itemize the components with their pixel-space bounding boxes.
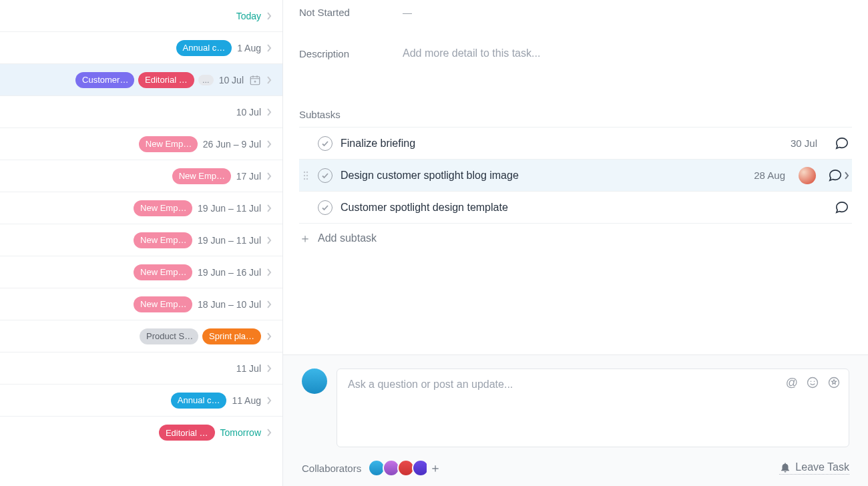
subtask-date: 30 Jul: [791, 138, 823, 149]
add-collaborator-button[interactable]: ＋: [427, 459, 444, 477]
task-list-sidebar: TodayAnnual c…1 AugCustomer…Editorial ………: [0, 0, 282, 486]
project-pill[interactable]: Editorial …: [138, 72, 194, 88]
svg-point-20: [811, 381, 812, 383]
chevron-right-icon[interactable]: [266, 427, 272, 438]
task-list-row[interactable]: New Emp…17 Jul: [0, 160, 282, 192]
chevron-right-icon[interactable]: [266, 75, 272, 85]
svg-point-10: [306, 174, 308, 176]
project-pill[interactable]: New Emp…: [134, 232, 192, 248]
task-list-row[interactable]: New Emp…19 Jun – 11 Jul: [0, 224, 282, 256]
chevron-right-icon[interactable]: [266, 395, 272, 406]
task-date: 17 Jul: [236, 171, 261, 182]
task-date: Tomorrow: [220, 427, 261, 438]
task-list-row[interactable]: 10 Jul: [0, 96, 282, 128]
calendar-icon[interactable]: [249, 74, 261, 86]
comment-input[interactable]: Ask a question or post an update... @: [337, 369, 849, 447]
task-detail-pane: Not Started — Description Add more detai…: [282, 0, 868, 486]
project-pill[interactable]: Annual c…: [171, 393, 227, 409]
status-value[interactable]: —: [403, 7, 412, 18]
project-pill[interactable]: New Emp…: [139, 136, 198, 152]
project-pill[interactable]: New Emp…: [172, 168, 231, 184]
chevron-right-icon[interactable]: [266, 139, 272, 150]
add-subtask-button[interactable]: ＋ Add subtask: [283, 224, 868, 253]
plus-icon: ＋: [299, 230, 311, 246]
subtask-title[interactable]: Finalize briefing: [341, 138, 783, 150]
task-date: 10 Jul: [236, 107, 261, 117]
task-list-row[interactable]: New Emp…19 Jun – 16 Jul: [0, 256, 282, 288]
comment-icon: [828, 169, 843, 182]
task-date: 10 Jul: [219, 75, 244, 85]
complete-checkbox[interactable]: [318, 136, 333, 151]
star-icon[interactable]: [827, 376, 841, 390]
chevron-right-icon[interactable]: [266, 299, 272, 310]
complete-checkbox[interactable]: [318, 200, 333, 215]
more-pills-indicator[interactable]: …: [198, 75, 214, 85]
chevron-right-icon: [844, 172, 849, 180]
task-list-row[interactable]: Annual c…11 Aug: [0, 385, 282, 417]
status-label: Not Started: [299, 7, 403, 18]
svg-point-19: [808, 378, 818, 388]
task-date: 19 Jun – 11 Jul: [198, 235, 261, 246]
leave-task-button[interactable]: Leave Task: [779, 461, 849, 475]
task-list-row[interactable]: Editorial …Tomorrow: [0, 417, 282, 449]
task-list-row[interactable]: New Emp…18 Jun – 10 Jul: [0, 288, 282, 320]
project-pill[interactable]: New Emp…: [134, 264, 192, 280]
chevron-right-icon[interactable]: [266, 331, 272, 342]
bell-icon: [779, 461, 791, 473]
emoji-icon[interactable]: [806, 376, 819, 390]
task-list-row[interactable]: Annual c…1 Aug: [0, 32, 282, 64]
chevron-right-icon[interactable]: [266, 107, 272, 117]
chevron-right-icon[interactable]: [266, 235, 272, 246]
chevron-right-icon[interactable]: [266, 363, 272, 374]
comment-icon: [835, 201, 849, 214]
subtask-title[interactable]: Customer spotlight design template: [341, 202, 823, 214]
assignee-avatar[interactable]: [799, 167, 816, 184]
collaborator-avatars: ＋: [371, 459, 444, 477]
subtask-row[interactable]: Design customer spotlight blog image28 A…: [299, 160, 852, 192]
svg-point-11: [304, 178, 305, 179]
project-pill[interactable]: Editorial …: [159, 425, 215, 441]
chevron-right-icon[interactable]: [266, 203, 272, 214]
task-date: 19 Jun – 16 Jul: [198, 267, 261, 278]
subtask-row[interactable]: Customer spotlight design template: [299, 192, 852, 224]
svg-point-7: [304, 171, 305, 172]
project-pill[interactable]: Sprint pla…: [202, 328, 261, 344]
task-list-row[interactable]: Product S…Sprint pla…: [0, 320, 282, 352]
comment-icon: [835, 137, 849, 150]
chevron-right-icon[interactable]: [266, 171, 272, 182]
subtask-title[interactable]: Design customer spotlight blog image: [341, 170, 746, 182]
mention-icon[interactable]: @: [786, 376, 798, 390]
description-label: Description: [299, 48, 403, 59]
subtask-comments-button[interactable]: [831, 201, 849, 214]
chevron-right-icon[interactable]: [266, 43, 272, 53]
svg-point-8: [306, 171, 308, 172]
task-date: 11 Jul: [236, 363, 261, 374]
project-pill[interactable]: Product S…: [140, 328, 198, 344]
subtask-list: Finalize briefing30 JulDesign customer s…: [299, 127, 852, 224]
subtask-comments-button[interactable]: [831, 137, 849, 150]
project-pill[interactable]: New Emp…: [134, 296, 192, 312]
chevron-right-icon[interactable]: [266, 267, 272, 278]
chevron-right-icon[interactable]: [266, 11, 272, 21]
project-pill[interactable]: Annual c…: [176, 40, 232, 56]
description-input[interactable]: Add more detail to this task...: [403, 47, 540, 59]
project-pill[interactable]: New Emp…: [134, 200, 192, 216]
comment-placeholder: Ask a question or post an update...: [348, 379, 838, 391]
subtask-date: 28 Aug: [754, 170, 791, 181]
subtask-comments-button[interactable]: [824, 169, 849, 182]
subtasks-label: Subtasks: [283, 93, 868, 127]
task-list-row[interactable]: Today: [0, 0, 282, 32]
comment-region: Ask a question or post an update... @ Co…: [283, 354, 868, 486]
task-date: 19 Jun – 11 Jul: [198, 203, 261, 214]
task-list-row[interactable]: Customer…Editorial ……10 Jul: [0, 64, 282, 96]
drag-handle-icon[interactable]: [302, 170, 310, 181]
subtask-row[interactable]: Finalize briefing30 Jul: [299, 128, 852, 160]
task-list-row[interactable]: New Emp…19 Jun – 11 Jul: [0, 192, 282, 224]
task-date: 11 Aug: [232, 395, 261, 406]
task-date: Today: [236, 11, 261, 21]
collaborators-label: Collaborators: [302, 463, 361, 474]
complete-checkbox[interactable]: [318, 168, 333, 183]
task-list-row[interactable]: 11 Jul: [0, 352, 282, 385]
project-pill[interactable]: Customer…: [75, 72, 134, 88]
task-list-row[interactable]: New Emp…26 Jun – 9 Jul: [0, 128, 282, 160]
